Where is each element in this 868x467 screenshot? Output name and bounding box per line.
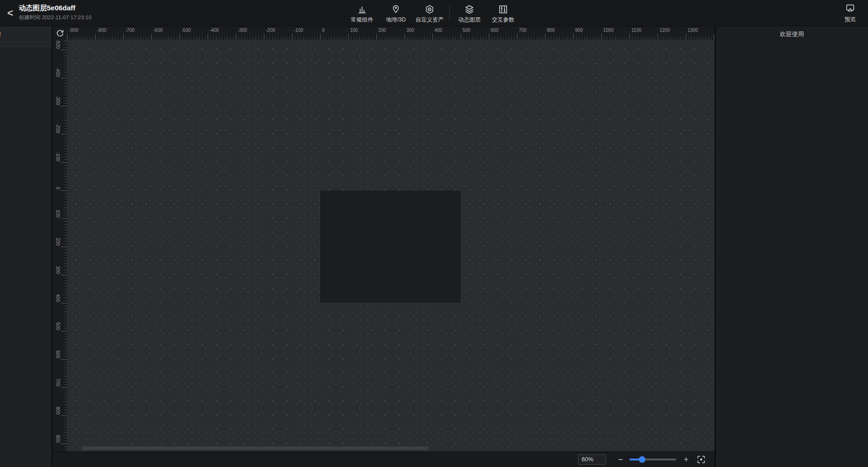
config-panel: 欢迎使用 xyxy=(715,26,868,467)
tool-label: 地理/3D xyxy=(386,16,406,24)
bar-chart-icon xyxy=(357,4,368,15)
ruler-reset-button[interactable] xyxy=(52,26,67,40)
tool-interaction-params[interactable]: 交互参数 xyxy=(486,0,520,26)
v-ruler-label: 600 xyxy=(55,350,60,358)
v-ruler-label: 700 xyxy=(55,378,60,386)
h-ruler-label: 900 xyxy=(575,28,583,33)
v-ruler-label: 0 xyxy=(55,187,60,189)
h-ruler-label: 1200 xyxy=(659,28,670,33)
v-ruler-label: 500 xyxy=(55,322,60,330)
hexagon-asset-icon xyxy=(424,4,435,15)
sliders-icon xyxy=(498,4,509,15)
h-ruler-label: 1100 xyxy=(631,28,642,33)
preview-button[interactable]: 预览 xyxy=(837,1,863,25)
v-ruler-label: 100 xyxy=(55,210,60,218)
zoom-value-input[interactable]: 60% xyxy=(578,454,606,465)
v-ruler-label: 900 xyxy=(55,435,60,443)
v-ruler-label: 400 xyxy=(55,294,60,302)
map-pin-icon xyxy=(390,4,402,15)
left-sidebar[interactable]: ! xyxy=(0,26,52,467)
tool-label: 动态图层 xyxy=(458,16,481,24)
v-ruler-label: -500 xyxy=(55,40,60,49)
tool-label: 常规组件 xyxy=(351,16,374,24)
h-ruler-label: 300 xyxy=(406,28,414,33)
canvas-area: -900-800-700-600-500-400-300-200-1000100… xyxy=(52,26,715,452)
page-title: 动态图层5e06daff xyxy=(19,3,91,13)
preview-label: 预览 xyxy=(845,15,856,23)
h-ruler-label: 500 xyxy=(463,28,471,33)
v-ruler-label: -100 xyxy=(55,152,60,161)
h-ruler-label: -100 xyxy=(294,28,303,33)
h-ruler-label: -300 xyxy=(238,28,247,33)
refresh-icon xyxy=(55,29,65,38)
v-ruler-label: -400 xyxy=(55,68,60,77)
v-ruler-major-ticks xyxy=(61,40,67,452)
zoom-in-button[interactable]: + xyxy=(681,454,692,465)
title-block: 动态图层5e06daff 创建时间 2022-11-07 17:23:10 xyxy=(19,3,91,21)
h-ruler-label: 800 xyxy=(547,28,555,33)
h-ruler-label: -700 xyxy=(125,28,135,33)
v-ruler-label: -300 xyxy=(55,96,60,105)
toolbar: 常规组件 地理/3D xyxy=(345,0,520,26)
back-button[interactable]: < xyxy=(4,6,17,20)
h-ruler-label: -200 xyxy=(266,28,275,33)
sidebar-top-section: ! xyxy=(0,26,52,47)
airplay-preview-icon xyxy=(845,3,855,15)
h-ruler-label: -600 xyxy=(153,28,163,33)
clipped-sidebar-label: ! xyxy=(0,30,1,38)
tool-components[interactable]: 常规组件 xyxy=(345,0,379,26)
zoom-out-button[interactable]: − xyxy=(615,454,626,465)
horizontal-ruler: -900-800-700-600-500-400-300-200-1000100… xyxy=(67,26,715,40)
status-bar: 60% − + xyxy=(52,452,715,467)
v-ruler-label: 200 xyxy=(55,238,60,246)
back-chevron-icon: < xyxy=(7,7,14,19)
tool-label: 自定义资产 xyxy=(416,16,444,24)
created-time-label: 创建时间 2022-11-07 17:23:10 xyxy=(19,14,91,21)
v-ruler-label: -200 xyxy=(55,124,60,133)
h-ruler-label: 600 xyxy=(491,28,499,33)
h-ruler-label: 0 xyxy=(322,28,325,33)
horizontal-scrollbar-thumb[interactable] xyxy=(82,446,429,450)
fit-to-screen-button[interactable] xyxy=(696,454,707,465)
app-root: < 动态图层5e06daff 创建时间 2022-11-07 17:23:10 … xyxy=(0,0,868,467)
h-ruler-label: 400 xyxy=(434,28,442,33)
h-ruler-label: -500 xyxy=(181,28,191,33)
tool-dynamic-layers[interactable]: 动态图层 xyxy=(453,0,486,26)
toolbar-divider xyxy=(449,6,450,20)
zoom-slider[interactable] xyxy=(629,459,676,460)
tool-geo-3d[interactable]: 地理/3D xyxy=(379,0,413,26)
vertical-ruler: -500-400-300-200-10001002003004005006007… xyxy=(52,40,67,452)
h-ruler-label: -800 xyxy=(97,28,106,33)
h-ruler-major-ticks xyxy=(67,34,715,40)
zoom-slider-thumb[interactable] xyxy=(639,456,645,463)
h-ruler-label: 1300 xyxy=(688,28,698,33)
h-ruler-label: 100 xyxy=(350,28,358,33)
h-ruler-label: -400 xyxy=(210,28,219,33)
h-ruler-label: 1000 xyxy=(603,28,614,33)
top-bar: < 动态图层5e06daff 创建时间 2022-11-07 17:23:10 … xyxy=(0,0,868,26)
welcome-text: 欢迎使用 xyxy=(716,30,868,38)
v-ruler-label: 300 xyxy=(55,266,60,274)
tool-custom-assets[interactable]: 自定义资产 xyxy=(413,0,447,26)
h-ruler-label: 200 xyxy=(378,28,386,33)
v-ruler-label: 800 xyxy=(55,407,60,414)
artboard-screen[interactable] xyxy=(320,190,461,303)
h-ruler-label: 700 xyxy=(519,28,527,33)
h-ruler-label: -900 xyxy=(69,28,78,33)
focus-frame-icon xyxy=(696,455,706,464)
layers-icon xyxy=(464,4,475,15)
design-canvas[interactable] xyxy=(67,40,715,452)
tool-label: 交互参数 xyxy=(492,16,515,24)
